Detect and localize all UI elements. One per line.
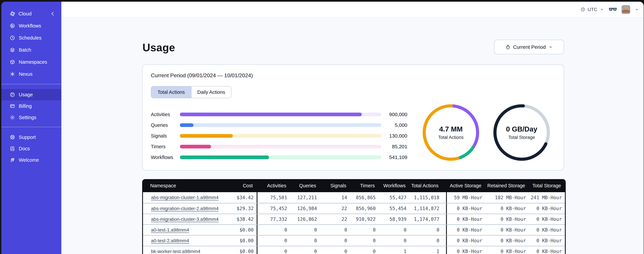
cell-total-storage: 0 KB-Hour <box>529 225 565 235</box>
namespace-link[interactable]: abs-migration-cluster-3.a98mm4 <box>151 217 218 222</box>
cell-workflows: 0 <box>379 225 410 235</box>
period-button-label: Current Period <box>513 44 546 50</box>
actions-bar-chart: Activities900,000Queries5,000Signals130,… <box>151 109 407 163</box>
sidebar-item-support[interactable]: Support <box>1 132 61 143</box>
user-menu-chevron-icon[interactable] <box>635 8 639 12</box>
sidebar-item-label: Welcome <box>19 157 39 163</box>
sidebar-item-docs[interactable]: Docs <box>1 143 61 154</box>
cell-timers: 0 <box>350 225 379 235</box>
namespace-link[interactable]: a0-test-2.a98mm4 <box>151 238 189 244</box>
bar-label: Queries <box>151 122 180 128</box>
namespace-link[interactable]: a0-test-1.a98mm4 <box>151 227 189 233</box>
usage-table-body: abs-migration-cluster-1.a98mm4$34.4275,5… <box>142 192 566 254</box>
cell-total-actions: 1,114,872 <box>410 204 446 214</box>
cell-active-storage: 0 KB-Hour <box>446 236 485 246</box>
sidebar-brand[interactable]: Cloud <box>1 8 61 20</box>
cell-active-storage: 0 KB-Hour <box>446 246 485 254</box>
docs-icon <box>10 146 15 151</box>
bar-row-workflows: Workflows541,109 <box>151 152 407 163</box>
cell-activities: 0 <box>257 246 290 254</box>
cell-namespace: a0-test-1.a98mm4 <box>143 225 230 235</box>
timezone-select[interactable]: UTC <box>581 7 604 12</box>
bar-fill <box>180 156 269 159</box>
bar-value: 900,000 <box>381 112 407 117</box>
cell-signals: 0 <box>320 246 350 254</box>
table-row: a0-test-2.a98mm4$0.000000000 KB-Hour0 KB… <box>143 235 565 246</box>
cell-retained-storage: 0 KB-Hour <box>485 225 529 235</box>
sidebar-item-label: Support <box>19 134 36 140</box>
cell-cost: $29.32 <box>230 204 257 214</box>
usage-icon <box>10 92 15 97</box>
bar-row-activities: Activities900,000 <box>151 109 407 120</box>
cell-cost: $0.00 <box>230 246 257 254</box>
cell-queries: 126,984 <box>290 204 320 214</box>
cell-total-actions: 1 <box>410 246 446 254</box>
namespace-link[interactable]: abs-migration-cluster-2.a98mm4 <box>151 206 218 211</box>
sidebar-item-billing[interactable]: Billing <box>1 100 61 112</box>
cell-signals: 22 <box>320 214 350 224</box>
cell-timers: 910,922 <box>350 214 379 224</box>
tab-daily-actions[interactable]: Daily Actions <box>191 86 231 98</box>
sidebar-item-settings[interactable]: Settings <box>1 112 61 123</box>
bar-row-queries: Queries5,000 <box>151 120 407 130</box>
billing-icon <box>10 104 15 109</box>
sidebar-item-nexus[interactable]: Nexus <box>1 68 61 80</box>
sidebar-item-batch[interactable]: Batch <box>1 44 61 56</box>
sidebar-item-label: Namespaces <box>19 59 47 65</box>
total-actions-donut: 4.7 MM Total Actions <box>421 103 480 162</box>
cell-active-storage: 59 MB-Hour <box>446 192 485 203</box>
cell-retained-storage: 0 KB-Hour <box>485 246 529 254</box>
avatar[interactable] <box>622 5 630 14</box>
cell-total-actions: 1,174,077 <box>410 214 446 224</box>
cell-namespace: bk-worker-test.a98mm4 <box>143 246 230 254</box>
column-header-workflows: Workflows <box>378 183 409 188</box>
page-title: Usage <box>142 42 175 54</box>
cell-cost: $0.00 <box>230 236 257 246</box>
brand-label: Cloud <box>18 11 50 16</box>
clock-icon <box>581 7 585 12</box>
sidebar-item-namespaces[interactable]: Namespaces <box>1 56 61 68</box>
cell-activities: 75,452 <box>257 204 290 214</box>
period-select-button[interactable]: Current Period <box>494 40 564 54</box>
sidebar-item-workflows[interactable]: Workflows <box>1 20 61 32</box>
column-header-cost: Cost <box>229 183 256 188</box>
cell-retained-storage: 0 KB-Hour <box>485 214 529 224</box>
main-content: Usage Current Period Current Period (09/… <box>61 18 644 254</box>
cell-timers: 856,960 <box>350 204 379 214</box>
topbar: UTC <box>61 2 644 18</box>
bar-track <box>180 134 381 138</box>
bar-value: 130,000 <box>381 133 407 139</box>
column-header-total-actions: Total Actions <box>409 183 445 188</box>
sidebar-item-usage[interactable]: Usage <box>1 89 61 100</box>
sidebar-item-label: Schedules <box>19 35 42 41</box>
column-header-signals: Signals <box>319 183 349 188</box>
cell-total-actions: 1,115,018 <box>410 192 446 203</box>
sidebar-item-schedules[interactable]: Schedules <box>1 32 61 44</box>
sidebar-item-label: Usage <box>19 92 33 98</box>
cell-signals: 14 <box>320 192 350 203</box>
sidebar-item-welcome[interactable]: Welcome <box>1 154 61 166</box>
tab-total-actions[interactable]: Total Actions <box>151 86 191 98</box>
bar-track <box>180 145 381 148</box>
cell-queries: 126,862 <box>290 214 320 224</box>
bar-row-timers: Timers85,201 <box>151 141 407 152</box>
column-header-namespace: Namespace <box>142 183 229 188</box>
column-header-queries: Queries <box>289 183 319 188</box>
bar-value: 541,109 <box>381 154 407 160</box>
sidebar-collapse-icon[interactable] <box>50 11 56 16</box>
donut-center: 4.7 MM Total Actions <box>421 103 480 162</box>
cell-active-storage: 0 KB-Hour <box>446 225 485 235</box>
cell-timers: 0 <box>350 246 379 254</box>
glasses-icon[interactable] <box>609 7 617 12</box>
namespace-link[interactable]: bk-worker-test.a98mm4 <box>151 249 200 254</box>
cell-timers: 856,865 <box>350 192 379 203</box>
cell-total-actions: 0 <box>410 225 446 235</box>
usage-table-header: NamespaceCostActivitiesQueriesSignalsTim… <box>142 179 566 192</box>
bar-label: Timers <box>151 144 180 150</box>
namespace-link[interactable]: abs-migration-cluster-1.a98mm4 <box>151 195 218 200</box>
sidebar-item-label: Settings <box>19 115 36 120</box>
bar-fill <box>180 145 211 148</box>
donut-label: Total Actions <box>438 135 464 140</box>
cell-retained-storage: 0 KB-Hour <box>485 236 529 246</box>
cell-retained-storage: 182 MB-Hour <box>485 192 529 203</box>
